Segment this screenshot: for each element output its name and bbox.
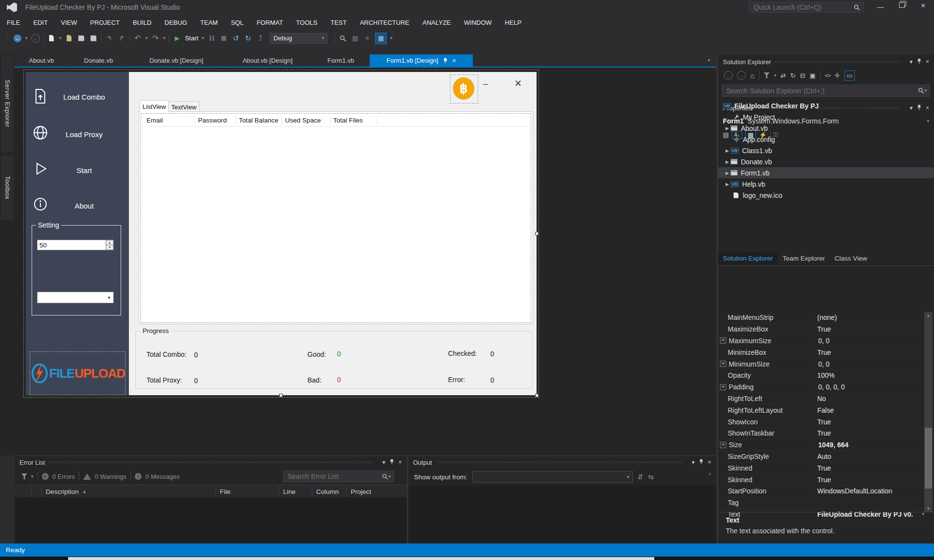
stepper-arrows[interactable]: ▲▼	[106, 240, 113, 250]
about-button[interactable]: About	[45, 202, 123, 210]
column-project[interactable]: Project	[346, 485, 406, 498]
column-used-space[interactable]: Used Space	[285, 114, 321, 126]
listview-tab[interactable]: ListView	[140, 100, 169, 112]
menu-help[interactable]: HELP	[505, 19, 521, 26]
tree-item-help-vb[interactable]: ▶ VB Help.vb	[718, 178, 934, 190]
tree-item-form1-vb[interactable]: ▶ Form1.vb	[718, 167, 934, 178]
home-icon[interactable]: ⌂	[750, 71, 754, 80]
property-row[interactable]: StartPositionWindowsDefaultLocation	[718, 486, 924, 497]
undo-button[interactable]: ↶	[133, 33, 142, 44]
tab-class-view[interactable]: Class View	[830, 252, 872, 264]
tab-donate-vb-design[interactable]: Donate.vb [Design]	[129, 54, 223, 67]
column-email[interactable]: Email	[146, 114, 163, 126]
menu-edit[interactable]: EDIT	[33, 19, 48, 26]
tab-about-vb-design[interactable]: About.vb [Design]	[223, 54, 312, 67]
save-all-button[interactable]	[89, 33, 98, 44]
column-column[interactable]: Column	[312, 485, 346, 498]
step-out-button[interactable]: ⤴	[256, 33, 265, 44]
toolbar-overflow-dropdown[interactable]: ▾	[390, 36, 393, 40]
close-tab-icon[interactable]: ×	[452, 57, 456, 64]
tree-item-my-project[interactable]: My Project	[718, 111, 934, 122]
error-list-search-input[interactable]	[287, 472, 382, 481]
overflow-chevron-icon[interactable]: »	[708, 471, 711, 476]
chevron-right-icon[interactable]: ▶	[724, 182, 731, 187]
tab-form1-vb-design[interactable]: Form1.vb [Design] ×	[370, 54, 473, 67]
tree-item-class1-vb[interactable]: ▶ VB Class1.vb	[718, 145, 934, 156]
navigate-forward-button[interactable]: →	[31, 33, 40, 44]
bookmark-button[interactable]: ⚛	[363, 33, 372, 44]
menu-view[interactable]: VIEW	[61, 19, 77, 26]
close-icon[interactable]: ×	[708, 459, 711, 466]
menu-sql[interactable]: SQL	[231, 19, 244, 26]
menu-analyze[interactable]: ANALYZE	[423, 19, 451, 26]
property-row[interactable]: +Size1049, 664	[718, 439, 924, 451]
menu-test[interactable]: TEST	[330, 19, 346, 26]
step-into-button[interactable]: ↺	[232, 33, 240, 44]
property-row[interactable]: ShowInTaskbarTrue	[718, 428, 924, 439]
menu-format[interactable]: FORMAT	[257, 19, 283, 26]
tree-item-donate-vb[interactable]: ▶ Donate.vb	[718, 156, 934, 167]
close-button[interactable]: ×	[921, 1, 925, 10]
property-row[interactable]: +Padding0, 0, 0, 0	[718, 382, 924, 393]
start-debug-dropdown[interactable]: ▾	[202, 36, 204, 40]
messages-count[interactable]: 0 Messages	[145, 473, 180, 480]
properties-window-icon[interactable]: ▣	[809, 72, 815, 79]
column-description[interactable]: Description▲	[41, 485, 216, 498]
clear-output-icon[interactable]: ⇵	[638, 473, 644, 481]
window-position-dropdown[interactable]: ▾	[910, 59, 913, 65]
column-line[interactable]: Line	[279, 485, 312, 498]
property-row[interactable]: SkinnedTrue	[718, 462, 924, 474]
property-row[interactable]: RightToLeftLayoutFalse	[718, 404, 924, 416]
scroll-down-arrow[interactable]: ▼	[924, 505, 933, 512]
pin-icon[interactable]	[390, 459, 394, 466]
form-minimize-button[interactable]: –	[483, 79, 488, 89]
property-row[interactable]: MainMenuStrip(none)	[718, 312, 924, 324]
close-icon[interactable]: ×	[926, 58, 929, 65]
chevron-right-icon[interactable]: ▶	[724, 148, 731, 153]
textview-tab[interactable]: TextView	[168, 101, 199, 112]
cut-button[interactable]: ↰	[105, 33, 114, 44]
toolbox-vertical-tab[interactable]: Toolbox	[1, 156, 14, 220]
thread-count-stepper[interactable]: 50 ▲▼	[37, 240, 114, 250]
refresh-icon[interactable]: ↻	[790, 72, 796, 79]
wrap-output-icon[interactable]: ⇆	[648, 473, 654, 481]
minimize-button[interactable]: —	[877, 3, 884, 11]
menu-team[interactable]: TEAM	[200, 19, 218, 26]
filter-icon[interactable]	[764, 72, 770, 78]
resize-handle-corner[interactable]	[535, 394, 539, 397]
chevron-right-icon[interactable]: ▶	[724, 159, 731, 164]
pin-icon[interactable]	[699, 459, 703, 466]
email-listview[interactable]: Email Password Total Balance Used Space …	[141, 113, 531, 323]
menu-debug[interactable]: DEBUG	[164, 19, 187, 26]
menu-tools[interactable]: TOOLS	[296, 19, 318, 26]
stop-button[interactable]	[219, 33, 228, 44]
view-code-icon[interactable]: <>	[825, 72, 830, 78]
scroll-up-arrow[interactable]: ▲	[924, 312, 933, 319]
solution-configuration-select[interactable]: Debug▾	[270, 33, 327, 44]
paste-button[interactable]: ↱	[117, 33, 126, 44]
tree-item-logo-ico[interactable]: logo_new.ico	[718, 190, 934, 201]
step-over-button[interactable]: ↻	[244, 33, 252, 44]
menu-file[interactable]: FILE	[7, 19, 20, 26]
window-position-dropdown[interactable]: ▾	[692, 459, 695, 465]
load-combo-button[interactable]: Load Combo	[45, 93, 123, 101]
close-icon[interactable]: ×	[398, 459, 402, 466]
form-close-button[interactable]: ✕	[514, 78, 522, 89]
error-list-search-box[interactable]: ▾	[283, 471, 394, 482]
property-row[interactable]: SizeGripStyleAuto	[718, 451, 924, 463]
form-designer-form1[interactable]: Load Combo Load Proxy Start About Settin…	[26, 72, 537, 395]
start-debug-label[interactable]: Start	[185, 35, 198, 42]
tab-team-explorer[interactable]: Team Explorer	[778, 252, 830, 264]
filter-dropdown[interactable]: ▾	[31, 474, 34, 479]
start-button[interactable]: Start	[45, 166, 123, 175]
restore-button[interactable]	[899, 2, 905, 8]
load-proxy-button[interactable]: Load Proxy	[45, 130, 123, 139]
tree-item-about-vb[interactable]: ▶ About.vb	[718, 122, 934, 134]
redo-button[interactable]: ↷	[151, 33, 160, 44]
project-properties-icon[interactable]	[834, 72, 840, 78]
tab-list-dropdown[interactable]: ▾	[708, 58, 710, 63]
property-row[interactable]: Tag	[718, 497, 924, 509]
server-explorer-vertical-tab[interactable]: Server Explorer	[1, 55, 14, 152]
tab-solution-explorer[interactable]: Solution Explorer	[718, 252, 778, 264]
solution-explorer-search-input[interactable]	[725, 87, 918, 95]
